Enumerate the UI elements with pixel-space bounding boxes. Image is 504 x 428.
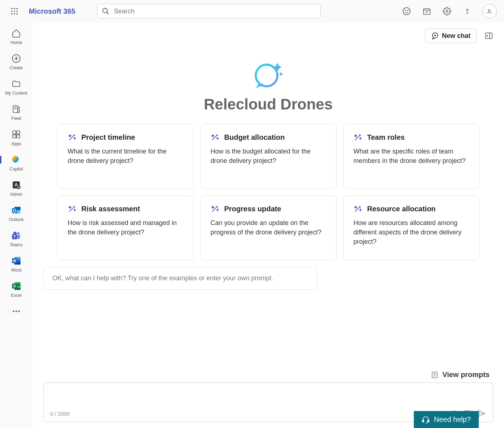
svg-point-32 bbox=[18, 187, 19, 188]
copilot-icon bbox=[11, 154, 22, 165]
word-icon: W bbox=[11, 255, 22, 266]
sidebar-item-word[interactable]: W Word bbox=[0, 254, 32, 274]
svg-point-5 bbox=[17, 10, 18, 12]
folder-icon bbox=[11, 78, 22, 89]
calendar-icon[interactable] bbox=[422, 6, 432, 16]
svg-rect-73 bbox=[428, 420, 429, 422]
prompt-card-team-roles[interactable]: Team roles What are the specific roles o… bbox=[343, 124, 479, 189]
panel-toggle-button[interactable] bbox=[482, 29, 495, 42]
svg-rect-22 bbox=[18, 107, 19, 113]
svg-rect-27 bbox=[13, 135, 16, 138]
wand-icon bbox=[211, 204, 219, 213]
top-bar: Microsoft 365 JL bbox=[0, 0, 504, 23]
view-prompts-label: View prompts bbox=[442, 371, 490, 379]
svg-point-61 bbox=[256, 65, 277, 86]
apps-icon bbox=[11, 129, 22, 140]
svg-point-0 bbox=[11, 8, 13, 9]
outlook-icon bbox=[11, 205, 22, 216]
new-chat-label: New chat bbox=[442, 32, 470, 40]
feed-icon bbox=[11, 104, 22, 114]
svg-point-37 bbox=[17, 232, 19, 235]
prompt-card-budget-allocation[interactable]: Budget allocation How is the budget allo… bbox=[200, 124, 337, 189]
svg-text:T: T bbox=[13, 234, 16, 239]
wand-icon bbox=[211, 133, 219, 142]
headset-icon bbox=[422, 416, 430, 424]
app-launcher-icon[interactable] bbox=[7, 4, 22, 18]
svg-rect-21 bbox=[13, 105, 18, 113]
brand-title[interactable]: Microsoft 365 bbox=[29, 7, 75, 16]
search-input[interactable] bbox=[114, 8, 316, 15]
svg-point-3 bbox=[11, 10, 13, 12]
sidebar-item-home[interactable]: Home bbox=[0, 26, 32, 47]
search-bar[interactable] bbox=[97, 4, 321, 18]
prompt-card-risk-assessment[interactable]: Risk assessment How is risk assessed and… bbox=[57, 195, 194, 260]
sidebar-item-copilot[interactable]: Copilot bbox=[0, 153, 32, 173]
home-icon bbox=[11, 28, 22, 39]
sidebar-item-create[interactable]: Create bbox=[0, 52, 32, 72]
prompt-card-resource-allocation[interactable]: Resource allocation How are resources al… bbox=[343, 195, 479, 260]
svg-point-7 bbox=[14, 13, 15, 15]
prompt-card-project-timeline[interactable]: Project timeline What is the current tim… bbox=[57, 124, 194, 189]
svg-point-12 bbox=[405, 10, 406, 11]
excel-icon: X bbox=[11, 281, 22, 291]
wand-icon bbox=[68, 133, 76, 142]
sidebar: Home Create My Content Feed Apps bbox=[0, 23, 32, 428]
sidebar-item-teams[interactable]: T Teams bbox=[0, 229, 32, 249]
char-counter: 0 / 2000 bbox=[50, 411, 70, 417]
wand-icon bbox=[68, 204, 76, 213]
new-chat-icon bbox=[431, 32, 439, 40]
hint-text: OK, what can I help with? Try one of the… bbox=[43, 267, 317, 290]
emoji-icon[interactable] bbox=[402, 6, 412, 16]
svg-point-6 bbox=[11, 13, 13, 15]
svg-rect-28 bbox=[17, 135, 20, 138]
new-chat-button[interactable]: New chat bbox=[425, 29, 477, 43]
svg-line-10 bbox=[107, 12, 109, 14]
need-help-label: Need help? bbox=[434, 415, 471, 424]
more-icon bbox=[11, 306, 22, 317]
create-icon bbox=[11, 53, 22, 64]
view-prompts-button[interactable]: View prompts bbox=[32, 371, 504, 382]
svg-rect-25 bbox=[13, 131, 16, 134]
teams-icon: T bbox=[11, 230, 22, 241]
topbar-actions: JL bbox=[402, 4, 497, 18]
svg-point-13 bbox=[408, 10, 408, 11]
help-icon[interactable] bbox=[462, 6, 472, 16]
svg-rect-26 bbox=[17, 131, 20, 134]
wand-icon bbox=[354, 133, 362, 142]
svg-point-8 bbox=[17, 13, 18, 15]
svg-point-54 bbox=[16, 311, 17, 312]
need-help-button[interactable]: Need help? bbox=[414, 411, 479, 428]
main-content: New chat Relecloud Drones Project timeli… bbox=[32, 23, 504, 428]
agent-logo-icon bbox=[250, 57, 286, 90]
svg-point-17 bbox=[467, 13, 468, 14]
sidebar-item-outlook[interactable]: Outlook bbox=[0, 203, 32, 224]
sidebar-item-excel[interactable]: X Excel bbox=[0, 279, 32, 299]
svg-point-53 bbox=[13, 311, 14, 312]
sidebar-item-feed[interactable]: Feed bbox=[0, 102, 32, 122]
svg-rect-72 bbox=[422, 420, 424, 422]
sidebar-item-mycontent[interactable]: My Content bbox=[0, 77, 32, 97]
prompt-grid: Project timeline What is the current tim… bbox=[47, 124, 490, 260]
svg-text:X: X bbox=[13, 284, 16, 288]
svg-point-2 bbox=[17, 8, 18, 9]
sidebar-item-apps[interactable]: Apps bbox=[0, 127, 32, 148]
sidebar-item-admin[interactable]: A Admin bbox=[0, 178, 32, 198]
user-avatar[interactable]: JL bbox=[482, 4, 497, 18]
agent-title: Relecloud Drones bbox=[204, 96, 333, 113]
search-icon bbox=[102, 7, 110, 15]
wand-icon bbox=[354, 204, 362, 213]
admin-icon: A bbox=[11, 180, 22, 190]
svg-point-11 bbox=[403, 8, 410, 15]
svg-text:W: W bbox=[13, 259, 16, 263]
prompt-card-progress-update[interactable]: Progress update Can you provide an updat… bbox=[200, 195, 337, 260]
svg-point-9 bbox=[103, 8, 108, 13]
settings-icon[interactable] bbox=[442, 6, 452, 16]
svg-rect-14 bbox=[424, 9, 430, 14]
svg-point-16 bbox=[446, 10, 448, 12]
svg-point-55 bbox=[18, 311, 19, 312]
sidebar-more[interactable] bbox=[0, 304, 32, 318]
prompts-icon bbox=[431, 371, 439, 379]
svg-point-4 bbox=[14, 10, 15, 12]
svg-point-1 bbox=[14, 8, 15, 9]
